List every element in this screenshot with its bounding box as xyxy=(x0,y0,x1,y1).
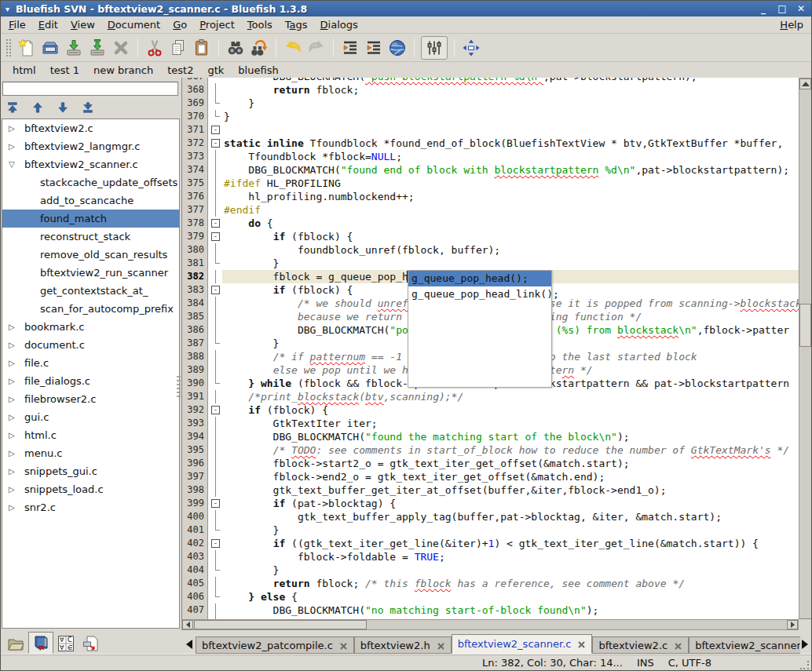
code-line[interactable]: fblock = g_queue_pop_he xyxy=(224,270,415,283)
tree-file-menu-c[interactable]: ▷menu.c xyxy=(2,444,179,462)
scroll-left-button[interactable] xyxy=(182,620,193,629)
fold-collapse-icon[interactable]: - xyxy=(211,232,220,241)
code-line[interactable]: do { xyxy=(224,217,273,230)
horizontal-scrollbar-thumb[interactable] xyxy=(194,620,367,629)
expander-closed-icon[interactable]: ▷ xyxy=(9,444,15,462)
functions-filter-input[interactable] xyxy=(2,82,178,96)
tree-file-document-c[interactable]: ▷document.c xyxy=(2,336,179,354)
quickbar-tab-test2[interactable]: test2 xyxy=(160,64,200,76)
fold-marker[interactable]: - xyxy=(209,217,222,230)
menu-item-edit[interactable]: Edit xyxy=(32,17,64,32)
code-line[interactable]: fblock->foldable = TRUE; xyxy=(224,550,445,563)
menu-item-file[interactable]: File xyxy=(2,17,32,32)
code-line[interactable]: fblock->end2_o = gtk_text_iter_get_offse… xyxy=(224,470,605,483)
find-replace-icon[interactable] xyxy=(247,36,271,60)
close-icon[interactable] xyxy=(109,36,133,60)
tree-file-filebrowser2-c[interactable]: ▷filebrowser2.c xyxy=(2,390,179,408)
tree-file-file-dialogs-c[interactable]: ▷file_dialogs.c xyxy=(2,372,179,390)
tree-function-bftextview2-run-scanner[interactable]: bftextview2_run_scanner xyxy=(2,264,179,282)
vertical-scrollbar[interactable] xyxy=(799,78,812,630)
close-button[interactable]: ✕ xyxy=(796,3,807,14)
fold-marker[interactable]: - xyxy=(209,403,222,417)
fold-marker[interactable]: - xyxy=(209,137,222,150)
menu-item-view[interactable]: View xyxy=(64,17,101,32)
sidebar-tab-character-map[interactable]: ∀C∀∈ xyxy=(53,633,79,654)
maximize-button[interactable]: □ xyxy=(777,3,788,14)
sidebar-tab-open-files[interactable] xyxy=(79,633,104,654)
code-line[interactable]: } xyxy=(224,337,279,350)
menu-item-tags[interactable]: Tags xyxy=(279,17,314,32)
expander-closed-icon[interactable]: ▷ xyxy=(9,119,15,137)
minimize-button[interactable]: _ xyxy=(758,3,769,14)
tree-file-bookmark-c[interactable]: ▷bookmark.c xyxy=(2,318,179,336)
undo-icon[interactable] xyxy=(281,36,305,60)
code-line[interactable]: DBG_BLOCKMATCH("push blockstartpattern %… xyxy=(224,78,697,83)
code-line[interactable]: } xyxy=(224,523,279,537)
menu-item-document[interactable]: Document xyxy=(101,17,166,32)
doc-tab-bftextview2-h[interactable]: bftextview2.h xyxy=(354,636,452,654)
code-line[interactable]: /*print_blockstack(btv,scanning);*/ xyxy=(224,390,463,403)
code-line[interactable]: gtk_text_buffer_get_iter_at_offset(buffe… xyxy=(224,483,667,497)
expander-closed-icon[interactable]: ▷ xyxy=(9,390,15,408)
resize-grip[interactable] xyxy=(800,661,810,670)
fold-collapse-icon[interactable]: - xyxy=(211,286,220,294)
unindent-icon[interactable] xyxy=(338,36,362,60)
scroll-right-button[interactable] xyxy=(787,620,798,629)
doc-tab-bftextview2-scanner-c[interactable]: bftextview2_scanner.c xyxy=(452,634,593,654)
code-line[interactable]: #ifdef HL_PROFILING xyxy=(224,177,341,190)
function-next-button[interactable] xyxy=(53,99,73,116)
code-line[interactable]: /* TODO: see comments in start_of_block … xyxy=(224,443,789,457)
pane-resize-handle[interactable] xyxy=(177,376,181,399)
fold-marker[interactable]: - xyxy=(209,537,222,550)
quickbar-tab-new-branch[interactable]: new branch xyxy=(86,64,160,76)
fold-collapse-icon[interactable]: - xyxy=(211,139,220,148)
scroll-up-button[interactable] xyxy=(799,78,811,89)
open-icon[interactable] xyxy=(38,36,62,60)
expander-closed-icon[interactable]: ▷ xyxy=(9,336,15,354)
quickbar-tab-test-1[interactable]: test 1 xyxy=(43,64,86,76)
code-line[interactable]: if (pat->blocktag) { xyxy=(224,497,396,510)
code-line[interactable]: if (fblock) { xyxy=(224,230,353,243)
fold-collapse-icon[interactable]: - xyxy=(211,539,220,548)
expander-closed-icon[interactable]: ▷ xyxy=(9,426,15,444)
code-line[interactable]: DBG_BLOCKMATCH("no matching start-of-blo… xyxy=(224,604,598,617)
sidebar-tab-file-browser[interactable] xyxy=(3,633,28,654)
code-line[interactable]: } xyxy=(224,563,279,577)
code-line[interactable]: return fblock; /* this fblock has a refe… xyxy=(224,577,685,590)
code-line[interactable]: GtkTextIter iter; xyxy=(224,417,378,430)
expander-closed-icon[interactable]: ▷ xyxy=(9,408,15,426)
autocomplete-item[interactable]: g_queue_pop_head(); xyxy=(408,271,551,286)
tabs-scroll-right-icon[interactable] xyxy=(800,636,810,653)
code-line[interactable]: #endif xyxy=(224,203,261,217)
tab-close-icon[interactable] xyxy=(339,641,348,650)
autocomplete-item[interactable]: g_queue_pop_head_link(); xyxy=(408,286,551,302)
function-first-button[interactable] xyxy=(2,99,23,116)
code-line[interactable]: } else { xyxy=(224,590,298,604)
expander-closed-icon[interactable]: ▷ xyxy=(9,462,15,480)
expander-closed-icon[interactable]: ▷ xyxy=(9,480,15,498)
fold-marker[interactable]: - xyxy=(209,497,222,510)
function-previous-button[interactable] xyxy=(27,99,48,116)
tree-file-bftextview2-c[interactable]: ▷bftextview2.c xyxy=(2,119,179,137)
fold-collapse-icon[interactable]: - xyxy=(211,126,220,134)
tree-file-snippets-load-c[interactable]: ▷snippets_load.c xyxy=(2,480,179,498)
code-line[interactable]: static inline Tfoundblock *found_end_of_… xyxy=(224,137,783,150)
expander-closed-icon[interactable]: ▷ xyxy=(9,354,15,372)
tree-function-get-contextstack-at-[interactable]: get_contextstack_at_ xyxy=(2,282,179,300)
code-line[interactable]: return fblock; xyxy=(224,83,359,97)
copy-icon[interactable] xyxy=(166,36,190,60)
tab-close-icon[interactable] xyxy=(577,640,586,648)
tree-file-bftextview2-langmgr-c[interactable]: ▷bftextview2_langmgr.c xyxy=(2,137,179,155)
fold-collapse-icon[interactable]: - xyxy=(211,499,220,508)
fullscreen-icon[interactable] xyxy=(459,36,483,60)
toolbar-grip[interactable] xyxy=(6,39,11,57)
function-last-button[interactable] xyxy=(78,99,98,116)
code-line[interactable]: gtk_text_buffer_apply_tag(buffer,pat->bl… xyxy=(224,510,722,523)
find-icon[interactable] xyxy=(224,36,247,60)
tree-function-scan-for-autocomp-prefix[interactable]: scan_for_autocomp_prefix xyxy=(2,300,179,318)
tab-close-icon[interactable] xyxy=(674,641,682,650)
tree-function-add-to-scancache[interactable]: add_to_scancache xyxy=(2,191,179,210)
save-as-icon[interactable] xyxy=(86,36,109,60)
horizontal-scrollbar[interactable] xyxy=(181,619,799,630)
code-line[interactable]: DBG_BLOCKMATCH("found end of block with … xyxy=(224,163,789,177)
